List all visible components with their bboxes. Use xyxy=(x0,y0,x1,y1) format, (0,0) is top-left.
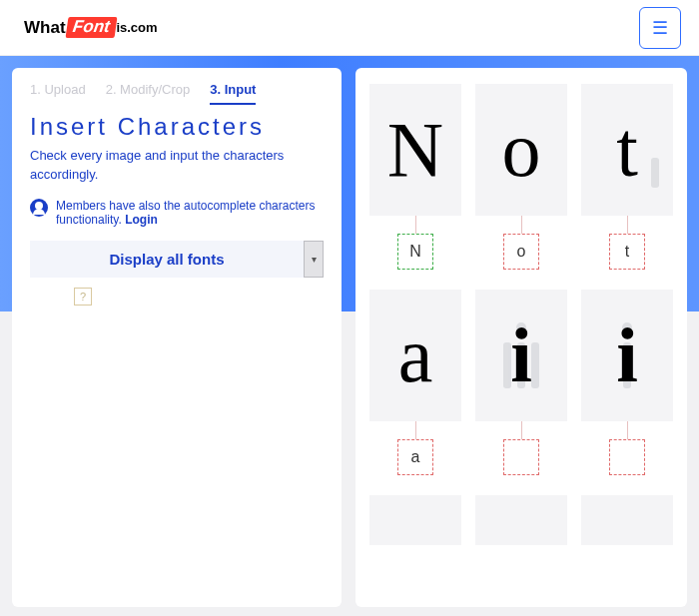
display-fonts-label: Display all fonts xyxy=(30,241,304,278)
glyph-tile xyxy=(369,495,461,545)
glyph-tile: o xyxy=(475,84,567,216)
left-panel: 1. Upload 2. Modify/Crop 3. Input Insert… xyxy=(12,68,342,607)
page-subtitle: Check every image and input the characte… xyxy=(30,147,324,185)
glyph-tile xyxy=(581,495,673,545)
glyph-row-1: N o t xyxy=(369,84,673,216)
glyph-tile xyxy=(475,495,567,545)
glyph-char: a xyxy=(398,316,433,394)
char-input[interactable] xyxy=(397,439,433,475)
help-icon[interactable]: ? xyxy=(74,288,92,306)
glyph-row-3 xyxy=(369,495,673,545)
glyph-panel: N o t xyxy=(355,68,687,607)
display-fonts-select[interactable]: Display all fonts ▾ xyxy=(30,241,324,278)
glyph-tile: i xyxy=(475,290,567,421)
glyph-char: i xyxy=(616,316,638,394)
member-note: Members have also the autocomplete chara… xyxy=(30,199,324,227)
glyph-char: o xyxy=(502,111,541,189)
char-input[interactable] xyxy=(397,234,433,270)
ghost-glyph-icon xyxy=(651,158,659,188)
glyph-tile: N xyxy=(369,84,461,216)
chevron-down-icon[interactable]: ▾ xyxy=(304,241,324,278)
header: What Font is.com ☰ xyxy=(0,0,699,56)
menu-button[interactable]: ☰ xyxy=(639,7,681,49)
char-input[interactable] xyxy=(503,439,539,475)
step-input[interactable]: 3. Input xyxy=(210,82,256,105)
glyph-char: N xyxy=(387,111,443,189)
step-modify[interactable]: 2. Modify/Crop xyxy=(106,82,191,105)
char-input[interactable] xyxy=(503,234,539,270)
connector-row xyxy=(369,216,673,234)
page-title: Insert Characters xyxy=(30,113,324,141)
input-row-2 xyxy=(369,439,673,475)
logo[interactable]: What Font is.com xyxy=(24,17,158,38)
hamburger-icon: ☰ xyxy=(652,17,668,39)
glyph-tile: t xyxy=(581,84,673,216)
char-input[interactable] xyxy=(609,439,645,475)
step-tabs: 1. Upload 2. Modify/Crop 3. Input xyxy=(30,82,324,105)
member-note-text: Members have also the autocomplete chara… xyxy=(56,199,315,227)
glyph-char: i xyxy=(510,316,532,394)
logo-font-badge: Font xyxy=(65,17,117,38)
glyph-tile: a xyxy=(369,290,461,421)
glyph-row-2: a i i xyxy=(369,290,673,421)
glyph-char: t xyxy=(616,111,638,189)
input-row-1 xyxy=(369,234,673,270)
content-wrap: 1. Upload 2. Modify/Crop 3. Input Insert… xyxy=(12,68,687,607)
logo-iscom: is.com xyxy=(116,20,157,35)
step-upload[interactable]: 1. Upload xyxy=(30,82,86,105)
login-link[interactable]: Login xyxy=(125,213,158,227)
glyph-tile: i xyxy=(581,290,673,421)
user-icon xyxy=(30,199,48,217)
connector-row xyxy=(369,421,673,439)
hero-strip: 1. Upload 2. Modify/Crop 3. Input Insert… xyxy=(0,56,699,311)
logo-what: What xyxy=(24,18,66,38)
char-input[interactable] xyxy=(609,234,645,270)
